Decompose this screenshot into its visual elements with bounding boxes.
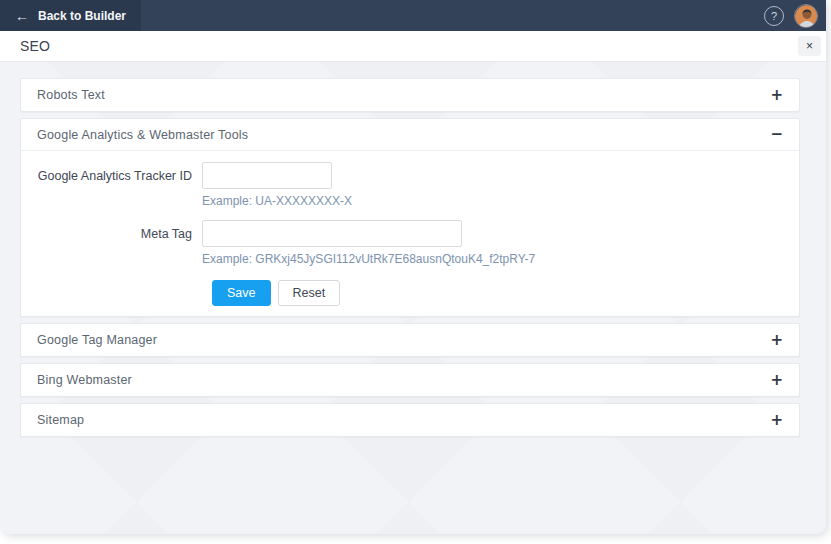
expand-icon[interactable]: + (770, 88, 783, 103)
seo-settings-window: ← Back to Builder ? SEO × Robots Text (0, 0, 826, 534)
topbar: ← Back to Builder ? (0, 0, 826, 31)
accordion-section-robots-text: Robots Text + (20, 78, 800, 112)
accordion-section-google-analytics: Google Analytics & Webmaster Tools − Goo… (20, 118, 800, 317)
expand-icon[interactable]: + (770, 413, 783, 428)
meta-tag-field-group: Example: GRKxj45JySGI112vUtRk7E68ausnQto… (202, 220, 535, 266)
meta-tag-row: Meta Tag Example: GRKxj45JySGI112vUtRk7E… (37, 220, 783, 266)
accordion-section-google-tag-manager: Google Tag Manager + (20, 323, 800, 357)
google-analytics-form: Google Analytics Tracker ID Example: UA-… (21, 151, 799, 316)
section-title: Sitemap (37, 413, 84, 427)
page-title: SEO (20, 38, 50, 54)
save-button[interactable]: Save (212, 280, 271, 306)
tracker-id-input[interactable] (202, 162, 332, 189)
accordion-section-bing-webmaster: Bing Webmaster + (20, 363, 800, 397)
collapse-icon[interactable]: − (770, 127, 783, 142)
back-to-builder-button[interactable]: ← Back to Builder (0, 0, 141, 31)
section-title: Robots Text (37, 88, 105, 102)
topbar-right: ? (764, 4, 818, 28)
meta-tag-input[interactable] (202, 220, 462, 247)
accordion-section-sitemap: Sitemap + (20, 403, 800, 437)
meta-tag-hint: Example: GRKxj45JySGI112vUtRk7E68ausnQto… (202, 252, 535, 266)
form-actions: Save Reset (212, 280, 783, 306)
accordion-header-robots-text[interactable]: Robots Text + (21, 79, 799, 111)
accordion-header-sitemap[interactable]: Sitemap + (21, 404, 799, 436)
tracker-id-row: Google Analytics Tracker ID Example: UA-… (37, 162, 783, 208)
accordion-header-bing-webmaster[interactable]: Bing Webmaster + (21, 364, 799, 396)
close-icon[interactable]: × (798, 36, 821, 56)
spacer (37, 208, 783, 220)
tracker-id-hint: Example: UA-XXXXXXXX-X (202, 194, 352, 208)
expand-icon[interactable]: + (770, 333, 783, 348)
help-icon[interactable]: ? (764, 6, 784, 26)
page-header: SEO × (0, 31, 826, 62)
user-avatar[interactable] (794, 4, 818, 28)
tracker-id-field-group: Example: UA-XXXXXXXX-X (202, 162, 352, 208)
back-to-builder-label: Back to Builder (38, 9, 126, 23)
tracker-id-label: Google Analytics Tracker ID (37, 162, 202, 183)
reset-button[interactable]: Reset (278, 280, 341, 306)
back-arrow-icon: ← (15, 9, 29, 23)
meta-tag-label: Meta Tag (37, 220, 202, 241)
accordion-header-google-analytics[interactable]: Google Analytics & Webmaster Tools − (21, 119, 799, 151)
expand-icon[interactable]: + (770, 373, 783, 388)
section-title: Google Tag Manager (37, 333, 157, 347)
section-title: Google Analytics & Webmaster Tools (37, 128, 248, 142)
accordion-header-google-tag-manager[interactable]: Google Tag Manager + (21, 324, 799, 356)
content-area: Robots Text + Google Analytics & Webmast… (0, 62, 826, 534)
avatar-image (795, 5, 818, 28)
section-title: Bing Webmaster (37, 373, 132, 387)
